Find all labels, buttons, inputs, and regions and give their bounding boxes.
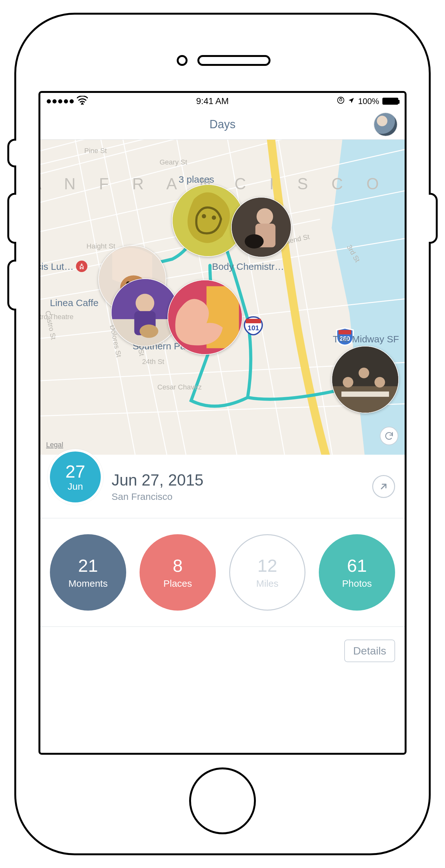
location-icon	[348, 96, 355, 106]
stat-miles[interactable]: 12 Miles	[229, 534, 305, 611]
cellular-signal-icon	[47, 99, 74, 103]
map-thumb-dinner-group[interactable]	[332, 346, 399, 413]
phone-frame: 9:41 AM 100% Days	[14, 13, 431, 855]
battery-icon	[382, 98, 398, 105]
svg-point-46	[374, 377, 385, 388]
stat-miles-label: Miles	[256, 579, 278, 589]
stat-moments-value: 21	[78, 557, 98, 575]
screen: 9:41 AM 100% Days	[38, 91, 407, 755]
street-cesar: Cesar Chavez	[157, 383, 202, 391]
stats-row: 21 Moments 8 Places 12 Miles 61 Photos	[40, 518, 405, 627]
status-time: 9:41 AM	[196, 96, 229, 106]
svg-rect-20	[246, 319, 261, 323]
svg-line-4	[40, 140, 358, 178]
day-badge-month: Jun	[68, 482, 83, 491]
share-button[interactable]	[372, 475, 395, 498]
street-haight: Haight St	[87, 242, 115, 250]
nav-header: Days	[40, 110, 405, 140]
volume-up-button[interactable]	[7, 193, 16, 244]
street-castro-theatre: Castro Theatre	[40, 313, 73, 321]
date-row: 27 Jun Jun 27, 2015 San Francisco	[40, 455, 405, 518]
ringer-switch[interactable]	[7, 139, 16, 167]
stat-photos[interactable]: 61 Photos	[319, 534, 395, 611]
svg-point-45	[358, 368, 369, 378]
highway-shield-101: 101	[244, 316, 263, 335]
stat-photos-value: 61	[347, 557, 367, 575]
profile-avatar[interactable]	[374, 113, 397, 136]
svg-text:101: 101	[248, 324, 260, 332]
map-pin-church-icon[interactable]	[76, 260, 88, 272]
svg-rect-47	[341, 391, 389, 397]
page-title: Days	[209, 118, 236, 131]
svg-point-30	[245, 234, 264, 248]
map-thumb-man-dog[interactable]	[231, 197, 292, 257]
status-bar: 9:41 AM 100%	[40, 93, 405, 110]
day-badge[interactable]: 27 Jun	[50, 452, 101, 502]
map-label-linea[interactable]: Linea Caffe	[50, 298, 99, 308]
svg-point-28	[256, 208, 273, 225]
map-refresh-button[interactable]	[380, 427, 398, 445]
orientation-lock-icon	[337, 96, 345, 106]
map-label-midway[interactable]: The Midway SF	[333, 334, 399, 345]
map-view[interactable]: 101 280 A N F R A N C I S C O Pine St Ge…	[40, 140, 405, 455]
battery-percent: 100%	[358, 96, 379, 106]
volume-down-button[interactable]	[7, 260, 16, 311]
svg-point-26	[212, 215, 216, 220]
day-date: Jun 27, 2015	[111, 471, 203, 489]
map-label-cluster[interactable]: 3 places	[179, 174, 214, 185]
svg-point-39	[140, 324, 158, 338]
street-geary: Geary St	[160, 158, 187, 166]
svg-point-25	[202, 214, 206, 218]
svg-point-0	[81, 102, 83, 104]
svg-point-37	[136, 294, 155, 312]
stat-places-label: Places	[163, 579, 192, 589]
map-thumb-pink-art[interactable]	[168, 280, 242, 355]
svg-point-44	[343, 377, 353, 388]
stat-moments[interactable]: 21 Moments	[50, 534, 126, 611]
map-label-bodychem[interactable]: Body Chemistr…	[212, 261, 284, 272]
map-label-cislut[interactable]: cis Lut…	[40, 261, 74, 272]
stat-miles-value: 12	[258, 557, 277, 575]
details-row: Details	[40, 627, 405, 662]
day-badge-day: 27	[66, 463, 85, 480]
svg-line-3	[40, 140, 327, 155]
stat-places[interactable]: 8 Places	[140, 534, 216, 611]
front-camera	[177, 55, 187, 66]
details-button[interactable]: Details	[344, 640, 395, 662]
street-24th: 24th St	[142, 358, 164, 366]
home-button[interactable]	[189, 768, 256, 834]
earpiece-speaker	[197, 55, 271, 66]
stat-moments-label: Moments	[68, 579, 107, 589]
svg-rect-2	[340, 99, 342, 101]
map-legal-link[interactable]: Legal	[46, 441, 63, 449]
wifi-icon	[77, 96, 88, 107]
stat-places-value: 8	[173, 557, 182, 575]
power-button[interactable]	[429, 193, 438, 244]
stat-photos-label: Photos	[342, 579, 372, 589]
street-pine: Pine St	[84, 147, 107, 155]
day-city: San Francisco	[111, 491, 203, 502]
